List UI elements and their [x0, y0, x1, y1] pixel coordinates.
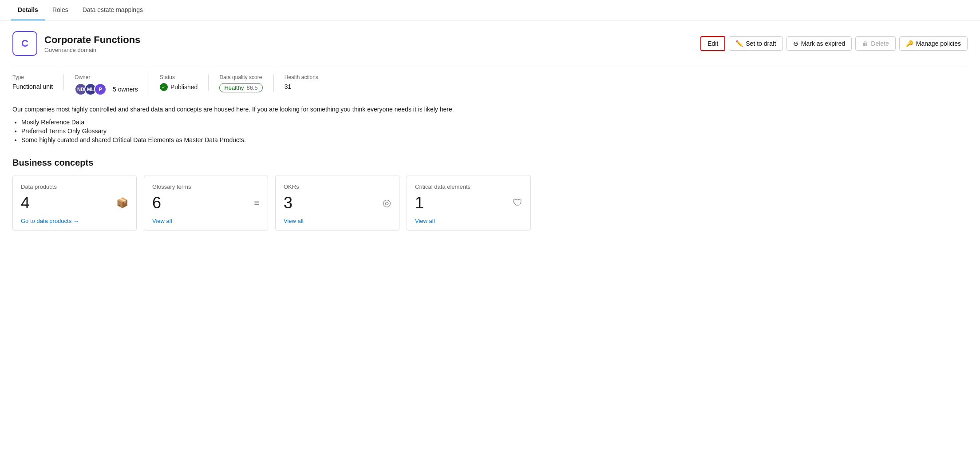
data-products-icon: 📦 — [116, 197, 128, 209]
business-concepts-cards: Data products 4 📦 Go to data products → … — [12, 175, 968, 231]
health-score: 86.5 — [246, 84, 257, 91]
mark-as-expired-button[interactable]: ⊖ Mark as expired — [786, 36, 852, 51]
card-okrs-link[interactable]: View all — [284, 218, 391, 224]
status-cell: Status ✓ Published — [160, 74, 209, 91]
card-critical-data-elements: Critical data elements 1 🛡 View all — [407, 175, 531, 231]
mark-as-expired-label: Mark as expired — [801, 40, 846, 47]
status-label: Status — [160, 74, 198, 80]
health-actions-label: Health actions — [285, 74, 318, 80]
owner-avatars: ND ML P — [75, 83, 104, 95]
card-glossary-terms: Glossary terms 6 ≡ View all — [144, 175, 268, 231]
card-data-products-count-row: 4 📦 — [21, 194, 128, 212]
type-cell: Type Functional unit — [12, 74, 64, 90]
owner-cell: Owner ND ML P 5 owners — [75, 74, 149, 95]
manage-policies-label: Manage policies — [916, 40, 961, 47]
policies-icon: 🔑 — [906, 40, 913, 47]
owner-label: Owner — [75, 74, 138, 80]
quality-value: Healthy 86.5 — [219, 83, 262, 92]
header-section: C Corporate Functions Governance domain … — [12, 31, 968, 56]
delete-icon: 🗑 — [862, 40, 868, 47]
delete-button[interactable]: 🗑 Delete — [855, 36, 895, 51]
manage-policies-button[interactable]: 🔑 Manage policies — [899, 36, 968, 51]
card-okrs-count-row: 3 ◎ — [284, 194, 391, 212]
status-check-icon: ✓ — [160, 83, 168, 91]
status-value: ✓ Published — [160, 83, 198, 91]
draft-icon: ✏️ — [735, 40, 743, 47]
type-value: Functional unit — [12, 83, 53, 90]
card-data-products: Data products 4 📦 Go to data products → — [12, 175, 137, 231]
card-okrs: OKRs 3 ◎ View all — [275, 175, 399, 231]
card-data-products-count: 4 — [21, 194, 30, 212]
card-glossary-label: Glossary terms — [152, 183, 260, 190]
avatar-p: P — [94, 83, 107, 95]
page-container: Details Roles Data estate mappings C Cor… — [0, 0, 980, 461]
quality-cell: Data quality score Healthy 86.5 — [219, 74, 273, 92]
tabs-bar: Details Roles Data estate mappings — [0, 0, 980, 20]
owners-count: 5 owners — [113, 86, 138, 93]
owner-value: ND ML P 5 owners — [75, 83, 138, 95]
status-text: Published — [170, 83, 198, 91]
type-label: Type — [12, 74, 53, 80]
health-badge: Healthy 86.5 — [219, 83, 262, 92]
description-text: Our companies most highly controlled and… — [12, 104, 968, 114]
bullet-2: Preferred Terms Only Glossary — [21, 127, 968, 135]
set-to-draft-button[interactable]: ✏️ Set to draft — [729, 36, 782, 51]
action-buttons: Edit ✏️ Set to draft ⊖ Mark as expired 🗑… — [700, 36, 968, 51]
card-cde-count: 1 — [415, 194, 424, 212]
card-okrs-count: 3 — [284, 194, 292, 212]
entity-subtitle: Governance domain — [44, 47, 700, 53]
delete-label: Delete — [871, 40, 889, 47]
expired-icon: ⊖ — [793, 40, 798, 47]
card-data-products-label: Data products — [21, 183, 128, 190]
card-cde-link[interactable]: View all — [415, 218, 522, 224]
okrs-icon: ◎ — [383, 197, 391, 209]
entity-icon: C — [12, 31, 37, 56]
tab-roles[interactable]: Roles — [45, 0, 75, 20]
card-glossary-count: 6 — [152, 194, 161, 212]
card-glossary-link[interactable]: View all — [152, 218, 260, 224]
main-content: C Corporate Functions Governance domain … — [0, 20, 980, 242]
glossary-icon: ≡ — [254, 197, 260, 209]
card-cde-label: Critical data elements — [415, 183, 522, 190]
card-glossary-count-row: 6 ≡ — [152, 194, 260, 212]
business-concepts-title: Business concepts — [12, 158, 968, 168]
health-label: Healthy — [224, 84, 244, 91]
health-actions-cell: Health actions 31 — [285, 74, 329, 90]
card-okrs-label: OKRs — [284, 183, 391, 190]
metadata-row: Type Functional unit Owner ND ML P 5 own… — [12, 67, 968, 95]
bullet-1: Mostly Reference Data — [21, 119, 968, 126]
tab-details[interactable]: Details — [11, 0, 45, 20]
health-actions-value: 31 — [285, 83, 318, 90]
cde-icon: 🛡 — [513, 197, 522, 209]
entity-title: Corporate Functions — [44, 34, 700, 46]
card-data-products-link[interactable]: Go to data products → — [21, 218, 128, 224]
bullet-list: Mostly Reference Data Preferred Terms On… — [21, 119, 968, 143]
bullet-3: Some highly curated and shared Critical … — [21, 136, 968, 143]
quality-label: Data quality score — [219, 74, 262, 80]
title-block: Corporate Functions Governance domain — [44, 34, 700, 53]
tab-data-estate-mappings[interactable]: Data estate mappings — [75, 0, 150, 20]
card-cde-count-row: 1 🛡 — [415, 194, 522, 212]
edit-button[interactable]: Edit — [700, 36, 725, 51]
set-to-draft-label: Set to draft — [746, 40, 776, 47]
